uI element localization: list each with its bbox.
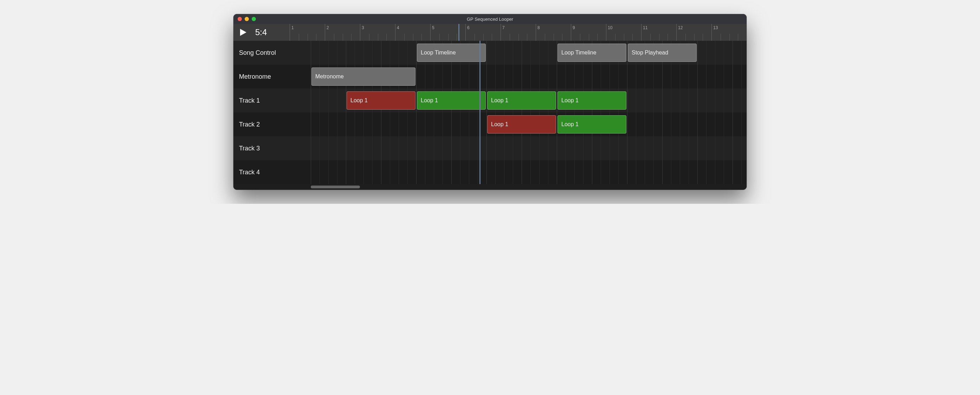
ruler-beat-tick xyxy=(721,34,721,41)
ruler-beat-tick xyxy=(386,34,387,41)
ruler-bar-number: 12 xyxy=(678,25,682,30)
ruler-beat-tick xyxy=(448,34,449,41)
ruler-bar-number: 4 xyxy=(397,25,399,30)
time-display: 5:4 xyxy=(255,27,267,37)
ruler-bar[interactable]: 4 xyxy=(395,24,430,41)
clip-label: Loop Timeline xyxy=(562,49,597,56)
track-lane[interactable]: Loop TimelineLoop TimelineStop Playhead xyxy=(311,41,746,65)
ruler-beat-tick xyxy=(369,34,369,41)
ruler-beat-tick xyxy=(519,34,519,41)
clip[interactable]: Loop 1 xyxy=(487,91,556,109)
track-row: Track 2Loop 1Loop 1 xyxy=(234,113,746,136)
titlebar[interactable]: GP Sequenced Looper xyxy=(234,14,746,24)
ruler-beat-tick xyxy=(703,34,703,41)
ruler-beat-tick xyxy=(624,34,624,41)
clip-label: Metronome xyxy=(315,73,344,80)
ruler-bar-number: 6 xyxy=(467,25,469,30)
ruler-bar[interactable]: 2 xyxy=(325,24,360,41)
track-lane[interactable]: Loop 1Loop 1Loop 1Loop 1 xyxy=(311,89,746,113)
ruler-bar-number: 1 xyxy=(291,25,294,30)
ruler-bar-number: 2 xyxy=(326,25,329,30)
clip-label: Stop Playhead xyxy=(632,49,668,56)
ruler-beat-tick xyxy=(668,34,668,41)
clip[interactable]: Loop Timeline xyxy=(417,44,486,62)
clip[interactable]: Metronome xyxy=(312,67,415,86)
clip-label: Loop 1 xyxy=(491,97,508,104)
track-area: Song ControlLoop TimelineLoop TimelineSt… xyxy=(234,41,746,184)
ruler-bar[interactable]: 11 xyxy=(641,24,676,41)
ruler-bar[interactable]: 1 xyxy=(290,24,325,41)
window-title: GP Sequenced Looper xyxy=(234,16,746,22)
ruler-bar[interactable]: 7 xyxy=(501,24,536,41)
track-lane[interactable]: Loop 1Loop 1 xyxy=(311,113,746,136)
play-button[interactable] xyxy=(239,29,247,36)
track-label[interactable]: Metronome xyxy=(234,65,311,89)
gridlines xyxy=(311,136,746,160)
ruler-bar-number: 11 xyxy=(643,25,648,30)
clip[interactable]: Loop 1 xyxy=(487,115,556,133)
ruler-beat-tick xyxy=(738,34,738,41)
ruler-beat-tick xyxy=(615,34,616,41)
track-label[interactable]: Song Control xyxy=(234,41,311,65)
clip[interactable]: Loop 1 xyxy=(557,91,626,109)
track-row: Track 4 xyxy=(234,160,746,184)
ruler-beat-tick xyxy=(413,34,414,41)
ruler-bar[interactable]: 13 xyxy=(711,24,746,41)
ruler-bar[interactable]: 6 xyxy=(465,24,501,41)
ruler-beat-tick xyxy=(589,34,589,41)
track-row: Track 1Loop 1Loop 1Loop 1Loop 1 xyxy=(234,89,746,113)
track-lane[interactable] xyxy=(311,136,746,160)
ruler-beat-tick xyxy=(316,34,317,41)
scrollbar-thumb[interactable] xyxy=(311,186,360,188)
ruler-bar[interactable]: 12 xyxy=(676,24,711,41)
ruler-beat-tick xyxy=(351,34,352,41)
track-label[interactable]: Track 1 xyxy=(234,89,311,113)
ruler-beat-tick xyxy=(527,34,527,41)
ruler-beat-tick xyxy=(694,34,695,41)
ruler-beat-tick xyxy=(632,34,633,41)
ruler-bar[interactable]: 5 xyxy=(430,24,465,41)
ruler-beat-tick xyxy=(686,34,686,41)
ruler-bar[interactable]: 3 xyxy=(360,24,395,41)
ruler-bar-number: 10 xyxy=(608,25,612,30)
ruler-bar-number: 3 xyxy=(362,25,364,30)
playhead[interactable] xyxy=(458,24,460,41)
ruler-beat-tick xyxy=(299,34,299,41)
ruler-bar-number: 5 xyxy=(432,25,434,30)
ruler-bar[interactable]: 9 xyxy=(571,24,606,41)
clip[interactable]: Loop 1 xyxy=(557,115,626,133)
clip[interactable]: Loop 1 xyxy=(347,91,415,109)
track-label[interactable]: Track 3 xyxy=(234,136,311,160)
ruler-beat-tick xyxy=(307,34,308,41)
clip-label: Loop 1 xyxy=(562,97,579,104)
transport-bar: 5:4 12345678910111213 xyxy=(234,24,746,41)
timeline-ruler[interactable]: 12345678910111213 xyxy=(290,24,746,41)
track-row: Track 3 xyxy=(234,136,746,160)
track-label[interactable]: Track 2 xyxy=(234,113,311,136)
clip[interactable]: Stop Playhead xyxy=(628,44,697,62)
ruler-beat-tick xyxy=(474,34,475,41)
ruler-bar[interactable]: 8 xyxy=(536,24,571,41)
play-icon xyxy=(239,29,247,36)
ruler-beat-tick xyxy=(554,34,554,41)
ruler-bar-number: 9 xyxy=(573,25,575,30)
track-lane[interactable] xyxy=(311,160,746,184)
ruler-beat-tick xyxy=(562,34,562,41)
track-lane[interactable]: Metronome xyxy=(311,65,746,89)
track-label[interactable]: Track 4 xyxy=(234,160,311,184)
ruler-bar-number: 7 xyxy=(502,25,505,30)
ruler-beat-tick xyxy=(483,34,484,41)
ruler-beat-tick xyxy=(422,34,422,41)
clip[interactable]: Loop 1 xyxy=(417,91,486,109)
ruler-bar[interactable]: 10 xyxy=(606,24,641,41)
ruler-beat-tick xyxy=(439,34,440,41)
track-row: Song ControlLoop TimelineLoop TimelineSt… xyxy=(234,41,746,65)
ruler-beat-tick xyxy=(378,34,378,41)
ruler-beat-tick xyxy=(650,34,651,41)
clip[interactable]: Loop Timeline xyxy=(557,44,626,62)
ruler-beat-tick xyxy=(597,34,598,41)
clip-label: Loop Timeline xyxy=(421,49,456,56)
horizontal-scrollbar[interactable] xyxy=(234,184,746,190)
clip-label: Loop 1 xyxy=(491,121,508,128)
clip-label: Loop 1 xyxy=(350,97,368,104)
